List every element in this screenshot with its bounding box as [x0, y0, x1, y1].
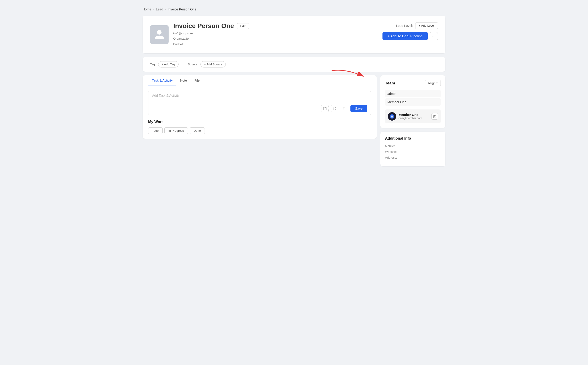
edit-button[interactable]: Edit [237, 23, 249, 29]
filter-in-progress[interactable]: In Progress [164, 127, 188, 134]
svg-point-5 [333, 107, 336, 110]
team-title: Team [385, 81, 395, 85]
task-panel: Task & Activity Note File Add Task & Act… [143, 75, 377, 139]
member-card: Member One one@member.com [385, 109, 441, 123]
filter-done[interactable]: Done [190, 127, 205, 134]
svg-rect-1 [324, 107, 326, 110]
add-source-button[interactable]: + Add Source [200, 61, 225, 68]
assign-button[interactable]: Asign ▾ [425, 80, 441, 86]
breadcrumb-lead[interactable]: Lead [156, 7, 163, 11]
team-list: admin Member One [385, 90, 441, 106]
profile-card: Invoice Person One Edit inv1@org.com Org… [143, 16, 445, 53]
profile-email: inv1@org.com [173, 31, 249, 36]
breadcrumb-home[interactable]: Home [143, 7, 151, 11]
team-card: Team Asign ▾ admin Member One [380, 75, 445, 128]
svg-point-6 [390, 114, 394, 119]
mobile-label: Mobile: [385, 144, 400, 148]
save-button[interactable]: Save [350, 105, 367, 112]
website-label: Website: [385, 150, 400, 154]
task-input-area[interactable]: Add Task & Activity [148, 91, 371, 115]
add-pipeline-button[interactable]: + Add To Deal Pipeline [383, 32, 428, 40]
task-input-placeholder[interactable]: Add Task & Activity [152, 94, 367, 97]
breadcrumb-sep-1: › [153, 8, 154, 11]
right-sidebar: Team Asign ▾ admin Member One [380, 75, 445, 166]
add-level-button[interactable]: + Add Level [415, 22, 438, 29]
member-name: Member One [399, 113, 422, 117]
profile-budget: Budget: [173, 42, 249, 47]
main-layout: Task & Activity Note File Add Task & Act… [143, 75, 445, 166]
tag-label: Tag: [150, 63, 156, 66]
additional-info-card: Additional Info Mobile: Website: Address… [380, 132, 445, 166]
work-filters: Todo In Progress Done [148, 127, 371, 134]
breadcrumb-current: Invoice Person One [168, 7, 196, 11]
svg-rect-7 [434, 116, 436, 118]
tab-task-activity[interactable]: Task & Activity [148, 75, 176, 86]
tabs: Task & Activity Note File [143, 75, 377, 86]
additional-info-title: Additional Info [385, 136, 441, 140]
chevron-down-icon: ▾ [436, 82, 438, 85]
member-info: Member One one@member.com [388, 112, 422, 121]
my-work-title: My Work [148, 120, 371, 124]
list-item: admin [385, 90, 441, 97]
tag-source-card: Tag: + Add Tag Source: + Add Source [143, 57, 445, 72]
avatar [150, 25, 169, 44]
flag-icon-btn[interactable] [341, 105, 348, 112]
my-work-section: My Work Todo In Progress Done [148, 120, 371, 134]
breadcrumb-sep-2: › [165, 8, 166, 11]
list-item: Member One [385, 98, 441, 106]
member-email: one@member.com [399, 117, 422, 120]
source-label: Source: [188, 63, 198, 66]
tab-note[interactable]: Note [176, 75, 191, 86]
member-avatar [388, 112, 396, 121]
profile-name: Invoice Person One [173, 22, 234, 30]
calendar-icon-btn[interactable] [321, 105, 329, 112]
more-dots-icon: ··· [432, 34, 436, 38]
filter-todo[interactable]: Todo [148, 127, 163, 134]
profile-organization: Organization: [173, 36, 249, 41]
breadcrumb: Home › Lead › Invoice Person One [143, 7, 445, 11]
check-circle-icon-btn[interactable] [331, 105, 338, 112]
lead-level-label: Lead Level: [396, 24, 413, 28]
member-delete-button[interactable] [431, 113, 438, 120]
add-tag-button[interactable]: + Add Tag [158, 61, 179, 68]
task-content: Add Task & Activity [143, 86, 377, 139]
more-options-button[interactable]: ··· [430, 32, 438, 40]
tab-file[interactable]: File [191, 75, 203, 86]
address-label: Address: [385, 156, 400, 159]
